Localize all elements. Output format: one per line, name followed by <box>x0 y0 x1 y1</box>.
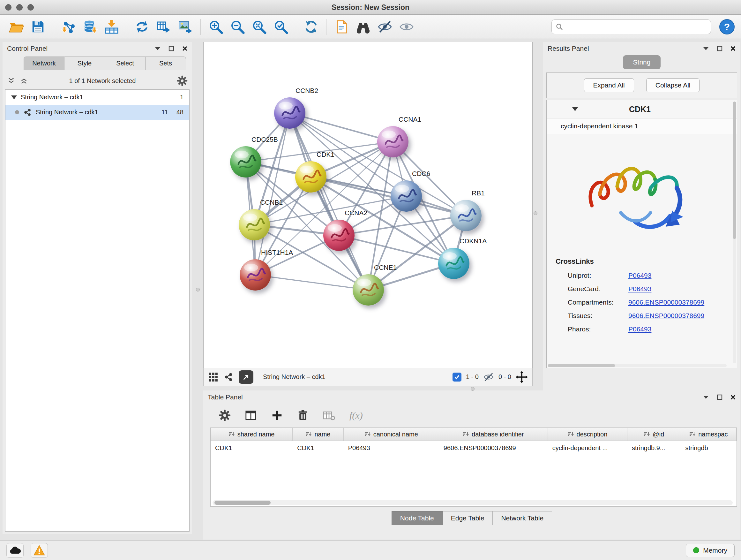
zoom-window-button[interactable] <box>27 4 34 10</box>
table-cell[interactable]: cyclin-dependent ... <box>548 441 627 455</box>
crosslink-link[interactable]: P06493 <box>628 272 651 279</box>
network-row[interactable]: String Network – cdk1 11 48 <box>5 105 189 120</box>
column-header-canonical-name[interactable]: canonical name <box>344 428 439 441</box>
network-node-CCNB2[interactable] <box>274 98 306 129</box>
float-panel-icon[interactable] <box>717 394 723 400</box>
left-splitter-handle[interactable] <box>196 288 200 292</box>
column-header-name[interactable]: name <box>293 428 344 441</box>
tab-node-table[interactable]: Node Table <box>392 511 443 525</box>
search-box[interactable] <box>551 19 711 34</box>
zoom-out-button[interactable] <box>227 17 247 37</box>
network-options-gear-icon[interactable] <box>177 75 188 86</box>
tab-network[interactable]: Network <box>23 57 64 70</box>
float-panel-icon[interactable] <box>717 46 723 51</box>
close-panel-icon[interactable] <box>730 394 736 400</box>
table-cell[interactable]: CDK1 <box>293 441 344 455</box>
save-session-button[interactable] <box>28 17 48 37</box>
network-node-HIST1H1A[interactable] <box>240 259 271 291</box>
right-splitter-handle[interactable] <box>534 211 537 215</box>
network-from-table-button[interactable] <box>154 17 174 37</box>
network-cycle-button[interactable] <box>132 17 152 37</box>
collapse-all-button[interactable]: Collapse All <box>646 78 700 92</box>
help-button[interactable]: ? <box>719 19 735 35</box>
bottom-splitter-handle[interactable] <box>471 387 475 391</box>
expand-all-icon[interactable] <box>20 77 28 84</box>
open-in-new-window-button[interactable] <box>239 370 253 384</box>
network-collection-row[interactable]: String Network – cdk1 1 <box>5 90 189 105</box>
zoom-in-button[interactable] <box>206 17 226 37</box>
network-node-CDKN1A[interactable] <box>438 248 469 279</box>
panel-menu-icon[interactable] <box>154 46 161 51</box>
column-header-database-identifier[interactable]: database identifier <box>439 428 548 441</box>
table-horizontal-scrollbar[interactable] <box>212 500 733 505</box>
tab-edge-table[interactable]: Edge Table <box>443 511 493 525</box>
column-header-namespac[interactable]: namespac <box>681 428 737 441</box>
selected-checkbox-icon[interactable] <box>453 373 461 381</box>
network-node-CCNB1[interactable] <box>239 209 270 240</box>
close-panel-icon[interactable] <box>730 46 736 51</box>
results-tab-string[interactable]: String <box>623 55 661 69</box>
select-columns-icon[interactable] <box>245 409 257 422</box>
delete-table-icon[interactable] <box>323 410 335 421</box>
network-node-CCNE1[interactable] <box>353 274 384 306</box>
cloud-status-button[interactable] <box>6 543 23 558</box>
export-image-button[interactable] <box>176 17 195 37</box>
import-network-file-button[interactable] <box>58 17 78 37</box>
import-table-button[interactable] <box>102 17 122 37</box>
panel-menu-icon[interactable] <box>703 46 709 51</box>
column-header-description[interactable]: description <box>548 428 627 441</box>
float-panel-icon[interactable] <box>169 46 174 51</box>
annotation-button[interactable] <box>332 17 351 37</box>
column-header--id[interactable]: @id <box>627 428 681 441</box>
panel-menu-icon[interactable] <box>703 395 709 399</box>
network-view-share-icon[interactable] <box>223 372 233 382</box>
minimize-window-button[interactable] <box>16 4 23 10</box>
search-input[interactable] <box>566 23 707 31</box>
show-graphics-button[interactable] <box>397 17 416 37</box>
tab-select[interactable]: Select <box>105 57 145 70</box>
results-horizontal-scrollbar[interactable] <box>548 364 727 367</box>
grid-view-icon[interactable] <box>208 372 218 382</box>
close-panel-icon[interactable] <box>182 46 188 51</box>
add-column-icon[interactable] <box>271 409 283 422</box>
tree-caret-icon[interactable] <box>11 96 17 99</box>
collapse-all-icon[interactable] <box>7 77 15 84</box>
network-node-CCNA1[interactable] <box>377 126 408 158</box>
table-cell[interactable]: CDK1 <box>211 441 293 455</box>
crosslink-link[interactable]: P06493 <box>628 285 651 293</box>
table-row[interactable]: CDK1CDK1P064939606.ENSP00000378699cyclin… <box>211 441 737 455</box>
expand-all-button[interactable]: Expand All <box>584 78 634 92</box>
network-node-CCNA2[interactable] <box>323 220 354 251</box>
hidden-eye-slash-icon[interactable] <box>483 372 494 382</box>
zoom-selected-button[interactable] <box>271 17 291 37</box>
network-node-RB1[interactable] <box>450 200 482 231</box>
crosslink-link[interactable]: 9606.ENSP00000378699 <box>628 312 704 320</box>
import-network-database-button[interactable] <box>80 17 100 37</box>
gene-collapse-caret-icon[interactable] <box>572 107 578 111</box>
table-cell[interactable]: P06493 <box>344 441 439 455</box>
delete-column-trash-icon[interactable] <box>297 410 309 421</box>
crosslink-link[interactable]: P06493 <box>628 325 651 333</box>
crosslink-link[interactable]: 9606.ENSP00000378699 <box>628 299 704 306</box>
table-cell[interactable]: stringdb:9... <box>627 441 681 455</box>
zoom-fit-button[interactable] <box>249 17 269 37</box>
gene-card-header[interactable]: CDK1 <box>547 100 737 118</box>
hide-graphics-button[interactable] <box>375 17 395 37</box>
open-session-button[interactable] <box>6 17 26 37</box>
network-node-CDK1[interactable] <box>295 161 327 192</box>
refresh-button[interactable] <box>301 17 321 37</box>
table-cell[interactable]: stringdb <box>681 441 737 455</box>
network-node-CDC6[interactable] <box>391 180 422 212</box>
function-builder-button[interactable]: f(x) <box>349 410 363 421</box>
tab-network-table[interactable]: Network Table <box>493 511 552 525</box>
network-node-CDC25B[interactable] <box>230 146 261 178</box>
results-vertical-scrollbar[interactable] <box>733 102 736 363</box>
memory-button[interactable]: Memory <box>686 544 735 557</box>
tab-sets[interactable]: Sets <box>145 57 186 70</box>
pan-crosshair-icon[interactable] <box>516 371 528 383</box>
table-cell[interactable]: 9606.ENSP00000378699 <box>439 441 548 455</box>
tab-style[interactable]: Style <box>64 57 105 70</box>
warnings-button[interactable] <box>30 543 48 558</box>
find-button[interactable] <box>353 17 373 37</box>
close-window-button[interactable] <box>5 4 11 10</box>
